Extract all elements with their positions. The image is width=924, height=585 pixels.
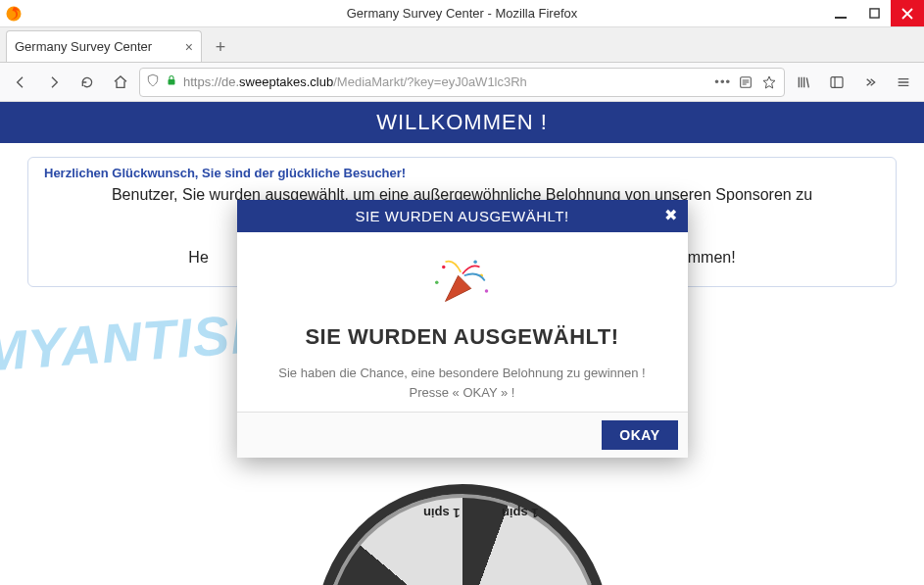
svg-rect-5 xyxy=(831,76,843,87)
reload-button[interactable] xyxy=(73,68,102,97)
window-controls xyxy=(824,0,924,26)
url-domain: sweeptakes.club xyxy=(239,74,333,89)
bookmark-star-icon[interactable] xyxy=(760,74,778,90)
maximize-button[interactable] xyxy=(857,0,891,26)
window-titlebar: Germany Survey Center - Mozilla Firefox xyxy=(0,0,924,27)
home-button[interactable] xyxy=(106,68,135,97)
page-actions-icon[interactable]: ••• xyxy=(714,74,731,89)
back-button[interactable] xyxy=(6,68,35,97)
library-button[interactable] xyxy=(789,68,818,97)
url-path: /MediaMarkt/?key=eyJ0aW1lc3Rh xyxy=(333,74,527,89)
modal-dialog: SIE WURDEN AUSGEWÄHLT! ✖ xyxy=(237,200,688,458)
svg-rect-2 xyxy=(869,9,878,18)
tab-active[interactable]: Germany Survey Center × xyxy=(6,30,202,62)
url-sub: de. xyxy=(221,74,239,89)
confetti-icon xyxy=(261,250,664,318)
tab-bar: Germany Survey Center × + xyxy=(0,27,924,63)
modal-subtext-2: Presse « OKAY » ! xyxy=(261,383,664,403)
forward-button[interactable] xyxy=(39,68,69,97)
new-tab-button[interactable]: + xyxy=(206,32,235,62)
svg-point-7 xyxy=(442,266,446,269)
tab-close-icon[interactable]: × xyxy=(185,39,193,55)
modal-close-icon[interactable]: ✖ xyxy=(664,206,678,224)
window-title: Germany Survey Center - Mozilla Firefox xyxy=(0,6,924,21)
modal-title: SIE WURDEN AUSGEWÄHLT! xyxy=(355,208,568,224)
reader-mode-icon[interactable] xyxy=(737,74,754,90)
modal-heading: SIE WURDEN AUSGEWÄHLT! xyxy=(261,324,664,350)
svg-rect-1 xyxy=(835,17,847,19)
modal-body: SIE WURDEN AUSGEWÄHLT! Sie haben die Cha… xyxy=(237,232,688,412)
svg-rect-3 xyxy=(169,79,175,85)
modal-overlay: SIE WURDEN AUSGEWÄHLT! ✖ xyxy=(0,102,924,585)
modal-footer: OKAY xyxy=(237,412,688,458)
firefox-icon xyxy=(0,5,27,23)
address-bar[interactable]: https://de.sweeptakes.club/MediaMarkt/?k… xyxy=(139,68,785,97)
close-window-button[interactable] xyxy=(891,0,924,26)
overflow-button[interactable] xyxy=(855,68,885,97)
okay-button[interactable]: OKAY xyxy=(602,420,677,450)
url-protocol: https:// xyxy=(183,74,221,89)
tab-label: Germany Survey Center xyxy=(15,39,152,54)
page-viewport: WILLKOMMEN ! Herzlichen Glückwunsch, Sie… xyxy=(0,102,924,585)
svg-point-10 xyxy=(435,281,439,285)
modal-subtext-1: Sie haben die Chance, eine besondere Bel… xyxy=(261,364,664,383)
sidebar-button[interactable] xyxy=(822,68,851,97)
navigation-bar: https://de.sweeptakes.club/MediaMarkt/?k… xyxy=(0,63,924,102)
svg-point-11 xyxy=(484,289,488,293)
url-text: https://de.sweeptakes.club/MediaMarkt/?k… xyxy=(183,74,708,89)
menu-button[interactable] xyxy=(889,68,918,97)
modal-header: SIE WURDEN AUSGEWÄHLT! ✖ xyxy=(237,200,688,232)
svg-point-8 xyxy=(473,261,477,265)
lock-icon xyxy=(166,73,177,90)
shield-icon xyxy=(146,73,160,90)
minimize-button[interactable] xyxy=(824,0,857,26)
